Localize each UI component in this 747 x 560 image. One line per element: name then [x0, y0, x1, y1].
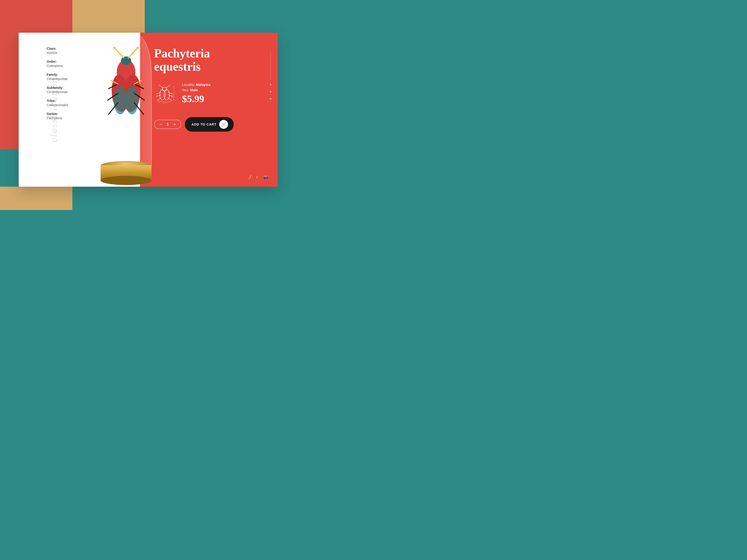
- left-panel: classification Class: Insecta Order: Col…: [19, 33, 140, 187]
- class-label-tribe: Tribe:: [47, 99, 68, 103]
- social-row: 𝒇 𝒕 📷: [250, 175, 268, 180]
- locality-value: Malaysia: [196, 83, 211, 86]
- cart-controls: − 1 + ADD TO CART 🛒: [154, 117, 266, 132]
- class-item-genus: Genus: Pachyteria: [47, 112, 68, 120]
- class-item-family: Family: Cerambycidae: [47, 73, 68, 81]
- main-card: 🐝 INSECT 🔍 Search... Home Shop About 🛒 1…: [19, 33, 278, 187]
- sex-value: Male: [190, 88, 198, 92]
- class-item-subfamily: Subfamily: Cerambycinae: [47, 86, 68, 94]
- add-to-cart-label: ADD TO CART: [191, 123, 216, 126]
- svg-line-10: [128, 48, 138, 58]
- cart-icon-button: 🛒: [219, 120, 228, 129]
- sex-label: Sex:: [182, 88, 189, 92]
- twitter-icon[interactable]: 𝒕: [257, 175, 258, 180]
- instagram-icon[interactable]: 📷: [263, 175, 268, 180]
- svg-point-2: [101, 176, 152, 185]
- svg-point-8: [121, 56, 131, 65]
- svg-line-9: [114, 48, 124, 58]
- class-value-order: Coleoptera: [47, 64, 68, 68]
- bg-top-left: [0, 0, 72, 33]
- class-label-genus: Genus:: [47, 112, 68, 116]
- sex-detail: Sex: Male: [182, 88, 211, 92]
- class-label-class: Class:: [47, 47, 68, 50]
- dot-2: [270, 91, 272, 92]
- price: $5.99: [182, 93, 211, 105]
- product-info-row: 32 mm 12 mm Locality: Malaysia Sex: Male…: [154, 83, 266, 111]
- svg-text:32 mm: 32 mm: [171, 94, 173, 98]
- class-label-subfamily: Subfamily:: [47, 86, 68, 89]
- bg-bottom-left: [0, 187, 72, 210]
- class-item-class: Class: Insecta: [47, 47, 68, 55]
- dot-3: [270, 98, 272, 100]
- class-value-family: Cerambycidae: [47, 77, 68, 81]
- class-value-subfamily: Cerambycinae: [47, 90, 68, 94]
- locality-detail: Locality: Malaysia: [182, 83, 211, 86]
- svg-line-27: [168, 92, 173, 94]
- beetle-svg: [107, 44, 145, 133]
- vert-line-decoration: [271, 51, 271, 79]
- bg-left-mid: [0, 33, 19, 149]
- class-value-tribe: Callichromatini: [47, 103, 68, 107]
- dome-container: [89, 33, 163, 187]
- class-item-tribe: Tribe: Callichromatini: [47, 99, 68, 107]
- add-to-cart-button[interactable]: ADD TO CART 🛒: [185, 117, 234, 132]
- quantity-increase-button[interactable]: +: [174, 122, 176, 127]
- cart-icon-inner: 🛒: [221, 122, 226, 127]
- class-value-genus: Pachyteria: [47, 116, 68, 120]
- facebook-icon[interactable]: 𝒇: [250, 175, 251, 180]
- class-value-class: Insecta: [47, 51, 68, 55]
- dot-1: [270, 84, 272, 86]
- svg-text:12 mm: 12 mm: [163, 102, 166, 104]
- product-details: Locality: Malaysia Sex: Male $5.99: [182, 83, 211, 111]
- svg-line-25: [166, 85, 171, 88]
- svg-point-6: [114, 86, 127, 114]
- svg-point-7: [125, 86, 138, 114]
- svg-point-12: [136, 47, 139, 49]
- bg-top-center: [72, 0, 145, 33]
- svg-point-11: [113, 47, 115, 49]
- locality-label: Locality:: [182, 83, 195, 86]
- classification-data: Class: Insecta Order: Coleoptera Family:…: [47, 47, 68, 120]
- class-label-order: Order:: [47, 60, 68, 63]
- product-title: Pachyteria equestris: [154, 47, 266, 73]
- quantity-value: 1: [167, 122, 169, 127]
- class-item-order: Order: Coleoptera: [47, 60, 68, 68]
- class-label-family: Family:: [47, 73, 68, 77]
